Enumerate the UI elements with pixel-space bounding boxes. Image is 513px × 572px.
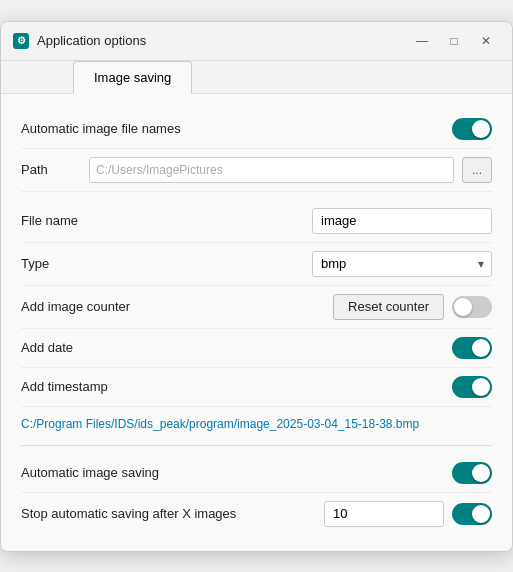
add-image-counter-toggle[interactable] bbox=[452, 296, 492, 318]
toggle-slider bbox=[452, 462, 492, 484]
toggle-slider bbox=[452, 376, 492, 398]
toggle-slider bbox=[452, 503, 492, 525]
add-date-label: Add date bbox=[21, 340, 452, 355]
path-input[interactable] bbox=[89, 157, 454, 183]
add-date-row: Add date bbox=[21, 329, 492, 368]
spacer1 bbox=[21, 192, 492, 200]
toggle-slider bbox=[452, 337, 492, 359]
file-name-row: File name bbox=[21, 200, 492, 243]
minimize-button[interactable]: — bbox=[408, 30, 436, 52]
tab-image-saving[interactable]: Image saving bbox=[73, 61, 192, 94]
auto-saving-label: Automatic image saving bbox=[21, 465, 452, 480]
section-divider bbox=[21, 445, 492, 446]
toggle-knob bbox=[472, 120, 490, 138]
add-image-counter-control: Reset counter bbox=[333, 294, 492, 320]
title-bar-left: ⚙ Application options bbox=[13, 33, 146, 49]
add-timestamp-control bbox=[452, 376, 492, 398]
toggle-knob bbox=[472, 339, 490, 357]
type-select[interactable]: bmp png jpg tiff bbox=[312, 251, 492, 277]
reset-counter-button[interactable]: Reset counter bbox=[333, 294, 444, 320]
auto-image-names-label: Automatic image file names bbox=[21, 121, 452, 136]
add-date-toggle[interactable] bbox=[452, 337, 492, 359]
file-name-label: File name bbox=[21, 213, 312, 228]
stop-after-toggle[interactable] bbox=[452, 503, 492, 525]
auto-saving-control bbox=[452, 462, 492, 484]
type-select-wrapper: bmp png jpg tiff bbox=[312, 251, 492, 277]
type-row: Type bmp png jpg tiff bbox=[21, 243, 492, 286]
toggle-knob-off bbox=[454, 298, 472, 316]
window-controls: — □ ✕ bbox=[408, 30, 500, 52]
toggle-knob bbox=[472, 464, 490, 482]
add-timestamp-row: Add timestamp bbox=[21, 368, 492, 407]
stop-after-input[interactable] bbox=[324, 501, 444, 527]
auto-image-names-toggle[interactable] bbox=[452, 118, 492, 140]
stop-after-control bbox=[324, 501, 492, 527]
stop-after-row: Stop automatic saving after X images bbox=[21, 493, 492, 535]
type-control: bmp png jpg tiff bbox=[312, 251, 492, 277]
add-image-counter-row: Add image counter Reset counter bbox=[21, 286, 492, 329]
browse-button[interactable]: ... bbox=[462, 157, 492, 183]
auto-saving-row: Automatic image saving bbox=[21, 454, 492, 493]
maximize-button[interactable]: □ bbox=[440, 30, 468, 52]
tab-1[interactable] bbox=[13, 61, 73, 94]
toggle-knob bbox=[472, 378, 490, 396]
toggle-slider bbox=[452, 118, 492, 140]
app-icon: ⚙ bbox=[13, 33, 29, 49]
content-area: Automatic image file names Path ... File… bbox=[1, 94, 512, 551]
application-window: ⚙ Application options — □ ✕ Image saving… bbox=[0, 21, 513, 552]
stop-after-label: Stop automatic saving after X images bbox=[21, 506, 324, 521]
title-bar: ⚙ Application options — □ ✕ bbox=[1, 22, 512, 61]
toggle-slider-off bbox=[452, 296, 492, 318]
path-label: Path bbox=[21, 162, 81, 177]
file-name-control bbox=[312, 208, 492, 234]
add-image-counter-label: Add image counter bbox=[21, 299, 333, 314]
tab-3[interactable] bbox=[192, 61, 252, 94]
type-label: Type bbox=[21, 256, 312, 271]
add-timestamp-label: Add timestamp bbox=[21, 379, 452, 394]
window-title: Application options bbox=[37, 33, 146, 48]
add-timestamp-toggle[interactable] bbox=[452, 376, 492, 398]
toggle-knob bbox=[472, 505, 490, 523]
path-row: Path ... bbox=[21, 149, 492, 192]
preview-path: C:/Program Files/IDS/ids_peak/program/im… bbox=[21, 407, 492, 437]
auto-image-names-control bbox=[452, 118, 492, 140]
tab-spacer bbox=[252, 61, 500, 93]
auto-saving-toggle[interactable] bbox=[452, 462, 492, 484]
add-date-control bbox=[452, 337, 492, 359]
file-name-input[interactable] bbox=[312, 208, 492, 234]
tab-bar: Image saving bbox=[1, 61, 512, 94]
close-button[interactable]: ✕ bbox=[472, 30, 500, 52]
auto-image-names-row: Automatic image file names bbox=[21, 110, 492, 149]
